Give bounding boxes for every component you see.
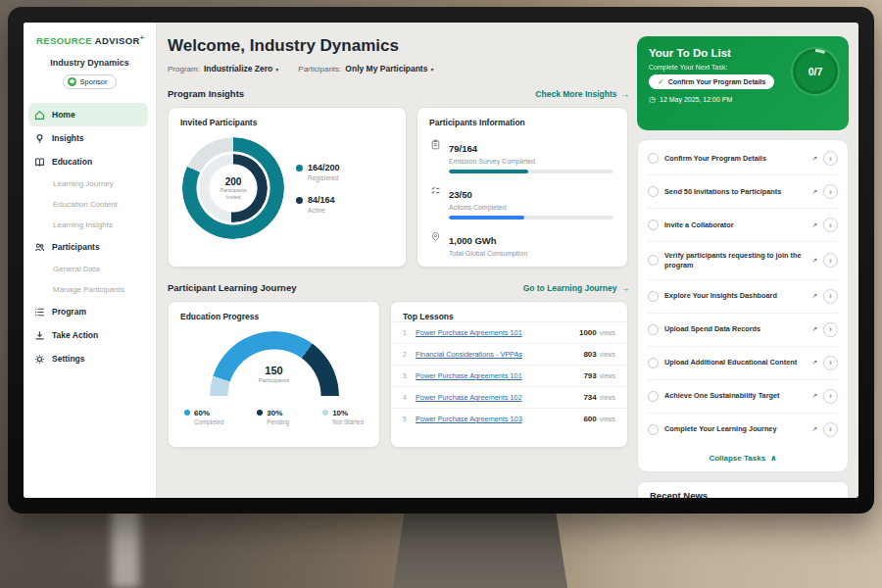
task-row-upload-educational-content[interactable]: Upload Additional Educational Content ↗ … bbox=[648, 347, 838, 380]
dashboard-screen: RESOURCE ADVISOR+ Industry Dynamics Spon… bbox=[24, 23, 858, 498]
lesson-rank: 4 bbox=[403, 394, 409, 401]
learning-cards-row: Education Progress 150 Participants 60%C… bbox=[168, 301, 637, 448]
sponsor-badge[interactable]: Sponsor bbox=[63, 74, 118, 89]
collapse-tasks-button[interactable]: Collapse Tasks ∧ bbox=[648, 446, 838, 467]
main-content: Welcome, Industry Dynamics Program: Indu… bbox=[157, 23, 637, 498]
task-row-achieve-target[interactable]: Achieve One Sustainability Target ↗ › bbox=[648, 380, 838, 414]
sidebar-item-education[interactable]: Education bbox=[24, 150, 156, 173]
sidebar-item-participants[interactable]: Participants bbox=[24, 235, 156, 259]
program-icon bbox=[33, 307, 45, 318]
lesson-link[interactable]: Power Purchase Agreements 102 bbox=[416, 393, 576, 402]
lesson-link[interactable]: Financial Considerations - VPPAs bbox=[416, 350, 576, 359]
external-link-icon[interactable]: ↗ bbox=[811, 155, 817, 163]
participants-select[interactable]: Only My Participants ▾ bbox=[345, 64, 433, 74]
external-link-icon[interactable]: ↗ bbox=[811, 359, 817, 367]
check-icon: ✓ bbox=[658, 77, 664, 86]
app-logo[interactable]: RESOURCE ADVISOR+ bbox=[24, 23, 156, 46]
participants-filter-label: Participants: bbox=[298, 65, 341, 74]
sidebar: RESOURCE ADVISOR+ Industry Dynamics Spon… bbox=[24, 23, 157, 498]
external-link-icon[interactable]: ↗ bbox=[811, 425, 817, 433]
lesson-link[interactable]: Power Purchase Agreements 101 bbox=[416, 328, 572, 337]
go-to-learning-journey-link[interactable]: Go to Learning Journey → bbox=[523, 283, 629, 293]
chevron-right-icon[interactable]: › bbox=[823, 184, 838, 199]
chevron-right-icon[interactable]: › bbox=[823, 289, 838, 304]
donut-legend: 164/200 Registered 84/164 Active bbox=[296, 163, 340, 214]
program-select[interactable]: Industrialize Zero ▾ bbox=[204, 64, 278, 74]
sidebar-item-label: Take Action bbox=[52, 330, 98, 340]
chevron-right-icon[interactable]: › bbox=[823, 218, 838, 232]
education-icon bbox=[33, 157, 45, 168]
task-row-verify-participants[interactable]: Verify participants requesting to join t… bbox=[648, 242, 838, 280]
section-title: Program Insights bbox=[168, 88, 244, 99]
invited-participants-donut-chart: 200 Participants Invited bbox=[182, 137, 284, 239]
chevron-right-icon[interactable]: › bbox=[823, 151, 838, 166]
sidebar-item-program[interactable]: Program bbox=[24, 300, 156, 323]
sidebar-item-take-action[interactable]: Take Action bbox=[24, 323, 156, 347]
task-checkbox[interactable] bbox=[648, 153, 659, 164]
external-link-icon[interactable]: ↗ bbox=[811, 221, 817, 229]
task-row-complete-learning-journey[interactable]: Complete Your Learning Journey ↗ › bbox=[648, 414, 838, 446]
chevron-right-icon[interactable]: › bbox=[823, 389, 838, 404]
task-checkbox[interactable] bbox=[648, 186, 659, 197]
task-checkbox[interactable] bbox=[648, 291, 659, 302]
chevron-right-icon[interactable]: › bbox=[823, 253, 838, 268]
sidebar-item-label: Insights bbox=[52, 133, 84, 143]
sidebar-item-label: Education bbox=[52, 157, 92, 167]
recent-news-header: Recent News bbox=[637, 481, 849, 498]
task-checkbox[interactable] bbox=[648, 324, 659, 335]
external-link-icon[interactable]: ↗ bbox=[811, 292, 817, 300]
top-lessons-card: Top Lessons 1 Power Purchase Agreements … bbox=[390, 301, 628, 448]
sidebar-item-settings[interactable]: Settings bbox=[24, 347, 156, 370]
task-checkbox[interactable] bbox=[648, 391, 659, 402]
task-row-explore-insights[interactable]: Explore Your Insights Dashboard ↗ › bbox=[648, 280, 838, 314]
legend-dot bbox=[296, 197, 303, 204]
lesson-rank: 5 bbox=[403, 416, 409, 422]
participants-information-card: Participants Information 79/164 Emission… bbox=[416, 107, 628, 268]
sidebar-item-insights[interactable]: Insights bbox=[24, 126, 156, 150]
arrow-right-icon: → bbox=[621, 283, 630, 293]
card-title: Invited Participants bbox=[169, 108, 406, 127]
logo-text-secondary: ADVISOR+ bbox=[95, 35, 145, 46]
chevron-right-icon[interactable]: › bbox=[823, 322, 838, 337]
task-row-confirm-program[interactable]: Confirm Your Program Details ↗ › bbox=[648, 142, 838, 175]
chevron-right-icon[interactable]: › bbox=[823, 356, 838, 370]
external-link-icon[interactable]: ↗ bbox=[811, 392, 817, 400]
sidebar-item-home[interactable]: Home bbox=[28, 103, 148, 126]
task-row-upload-spend-data[interactable]: Upload Spend Data Records ↗ › bbox=[648, 314, 838, 347]
info-row-actions: 23/50 Actions Completed bbox=[417, 173, 627, 220]
sidebar-item-general-data[interactable]: General Data bbox=[24, 259, 156, 279]
sidebar-nav: Home Insights Education Learning Journey… bbox=[24, 103, 156, 370]
legend-item-pending: 30%Pending bbox=[257, 409, 289, 425]
card-title: Top Lessons bbox=[391, 302, 627, 321]
sidebar-item-learning-insights[interactable]: Learning Insights bbox=[24, 215, 156, 235]
task-checkbox[interactable] bbox=[648, 255, 659, 266]
logo-text-primary: RESOURCE bbox=[36, 35, 92, 46]
legend-item-active: 84/164 Active bbox=[296, 195, 340, 214]
program-filter-label: Program: bbox=[168, 65, 200, 74]
task-row-invite-collaborator[interactable]: Invite a Collaborator ↗ › bbox=[648, 209, 838, 242]
todo-progress-count: 0/7 bbox=[796, 52, 835, 91]
task-row-send-invitations[interactable]: Send 50 Invitations to Participants ↗ › bbox=[648, 175, 838, 209]
chevron-down-icon: ▾ bbox=[275, 66, 278, 73]
lesson-link[interactable]: Power Purchase Agreements 101 bbox=[416, 371, 576, 380]
external-link-icon[interactable]: ↗ bbox=[811, 325, 817, 333]
lesson-link[interactable]: Power Purchase Agreements 103 bbox=[416, 415, 576, 423]
sidebar-item-education-content[interactable]: Education Content bbox=[24, 194, 156, 215]
task-checkbox[interactable] bbox=[648, 220, 659, 230]
sidebar-item-manage-participants[interactable]: Manage Participants bbox=[24, 279, 156, 300]
external-link-icon[interactable]: ↗ bbox=[811, 257, 817, 265]
lesson-row: 3 Power Purchase Agreements 101 793views bbox=[391, 365, 627, 386]
program-filter: Program: Industrialize Zero ▾ bbox=[168, 64, 278, 74]
task-checkbox[interactable] bbox=[648, 424, 659, 435]
task-checkbox[interactable] bbox=[648, 358, 659, 368]
due-date-row: ◷ 12 May 2025, 12:00 PM bbox=[649, 95, 837, 104]
next-task-pill[interactable]: ✓ Confirm Your Program Details bbox=[649, 74, 774, 89]
sidebar-item-learning-journey[interactable]: Learning Journey bbox=[24, 173, 156, 194]
check-more-insights-link[interactable]: Check More Insights → bbox=[535, 89, 629, 99]
lesson-rank: 3 bbox=[403, 372, 409, 379]
chevron-right-icon[interactable]: › bbox=[823, 422, 838, 437]
sidebar-item-label: Program bbox=[52, 307, 86, 317]
external-link-icon[interactable]: ↗ bbox=[811, 188, 817, 196]
todo-header-card: Your To Do List Complete Your Next Task:… bbox=[637, 36, 849, 130]
legend-dot bbox=[296, 165, 303, 172]
